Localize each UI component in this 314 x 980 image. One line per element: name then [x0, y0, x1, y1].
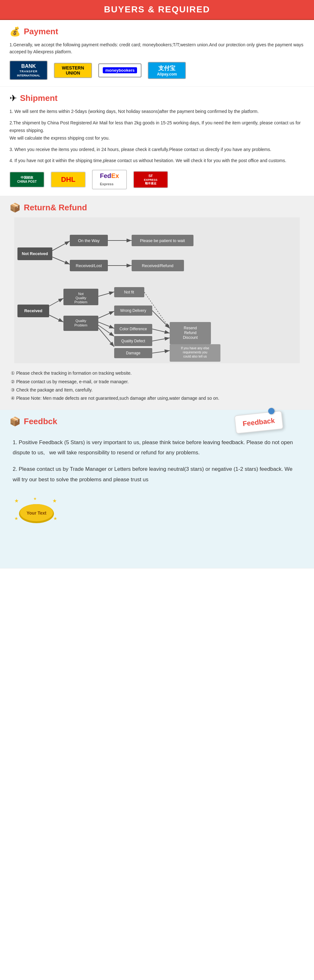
damage-label: Damage: [126, 351, 141, 355]
page-header: BUYERS & REQUIRED: [0, 0, 314, 20]
not-received-label: Not Received: [22, 251, 48, 256]
resend-refund-label: Resend: [184, 326, 197, 330]
quality-problem-label2: Problem: [75, 323, 87, 327]
return-note-1: ① Please check the tracking in formation…: [10, 370, 304, 377]
flowchart-wrapper: Not Received On the Way Please be patien…: [10, 217, 304, 363]
svg-text:★: ★: [52, 498, 57, 503]
svg-text:Your Text: Your Text: [27, 511, 47, 515]
svg-text:★: ★: [14, 498, 19, 503]
payment-heading: Payment: [24, 27, 58, 37]
shipment-point-3: 3. When you receive the items you ordere…: [10, 146, 304, 154]
payment-description: 1.Generally, we accept the following pay…: [10, 41, 304, 56]
payment-section: 💰 Payment 1.Generally, we accept the fol…: [0, 20, 314, 87]
shipping-logos-row: 中国邮政 CHINA POST DHL FedExExpress SF EXPR…: [10, 170, 304, 189]
payment-title-row: 💰 Payment: [10, 26, 304, 37]
western-union-logo: WESTERNUNION: [54, 63, 92, 78]
feedback-icon: 📦: [10, 416, 21, 427]
feedback-section: 📦 Feedbck Feedback 1. Positive Feedback …: [0, 410, 314, 568]
return-note-3: ③ Check the package and Item, carefully.: [10, 387, 304, 393]
not-quality-label: Not: [78, 292, 83, 296]
resend-refund-label2: Refund: [184, 331, 197, 335]
alipay-logo: 支付宝 Alipay.com: [148, 62, 186, 79]
shipment-point-4: 4. If you have not got it within the shi…: [10, 157, 304, 165]
return-note-4: ④ Please Note: Men made defects are not …: [10, 395, 304, 402]
feedback-heading: Feedbck: [24, 417, 57, 426]
not-quality-label2: Quality: [76, 296, 87, 300]
return-title-row: 📦 Return& Refund: [10, 202, 304, 213]
return-note-2: ② Please contact us by meesage, e-mail, …: [10, 378, 304, 385]
feedback-card-label: Feedback: [242, 416, 275, 427]
else-requirements-label: If you have any else: [181, 347, 209, 350]
shipment-point-1: 1. We will sent the items within 2-5days…: [10, 108, 304, 116]
svg-text:★: ★: [14, 516, 18, 521]
not-quality-label3: Problem: [75, 300, 87, 304]
shipment-icon: ✈: [10, 93, 17, 103]
feedback-content: 1. Positive Feedback (5 Stars) is very i…: [10, 431, 304, 491]
received-refund-label: Received/Refund: [142, 263, 173, 268]
quality-problem-label: Quality: [76, 319, 87, 323]
return-icon: 📦: [10, 202, 21, 213]
else-requirements-label2: requirements you: [183, 350, 207, 354]
dhl-logo: DHL: [51, 172, 86, 188]
gold-star-shape: ★ ★ ★ ★ ★ Your Text: [13, 496, 60, 525]
shipment-title-row: ✈ Shipment: [10, 93, 304, 103]
return-refund-section: 📦 Return& Refund Not Received On the Way: [0, 196, 314, 410]
shipment-point-2: 2.The shipment by China Post Registered …: [10, 119, 304, 142]
payment-logos-row: BANKTRANSFERINTERNATIONAL WESTERNUNION m…: [10, 60, 304, 80]
page-title: BUYERS & REQUIRED: [0, 5, 314, 14]
quality-defect-label: Quality Defect: [121, 339, 145, 343]
please-wait-label: Please be patient to wait: [140, 238, 185, 243]
received-label: Received: [24, 309, 42, 313]
shipment-heading: Shipment: [20, 93, 57, 103]
svg-text:★: ★: [53, 516, 57, 521]
return-notes-list: ① Please check the tracking in formation…: [10, 370, 304, 402]
gold-star-decoration-row: ★ ★ ★ ★ ★ Your Text: [10, 496, 304, 525]
sf-logo: SF EXPRESS 顺丰速运: [133, 171, 168, 188]
else-requirements-label3: could also tell us: [183, 355, 207, 358]
flowchart-svg: Not Received On the Way Please be patien…: [14, 217, 300, 363]
feedback-point-2: 2. Please contact us by Trade Manager or…: [13, 464, 301, 485]
moneybookers-logo: moneybookers: [98, 64, 141, 77]
on-the-way-label: On the Way: [78, 238, 100, 243]
feedback-card-decoration: Feedback: [234, 410, 283, 434]
fedex-logo: FedExExpress: [92, 170, 127, 189]
return-heading: Return& Refund: [24, 203, 87, 213]
feedback-point-1: 1. Positive Feedback (5 Stars) is very i…: [13, 438, 301, 458]
shipment-section: ✈ Shipment 1. We will sent the items wit…: [0, 87, 314, 196]
china-post-logo: 中国邮政 CHINA POST: [10, 172, 44, 188]
svg-text:★: ★: [33, 496, 37, 501]
resend-refund-label3: Discount: [183, 335, 198, 340]
wrong-delivery-label: Wrong Delivery: [120, 309, 146, 313]
bank-transfer-logo: BANKTRANSFERINTERNATIONAL: [10, 60, 48, 80]
received-lost-label: Received/Lost: [76, 263, 102, 268]
color-difference-label: Color Difference: [120, 327, 147, 331]
payment-icon: 💰: [10, 26, 21, 37]
not-fit-label: Not fit: [124, 290, 134, 294]
